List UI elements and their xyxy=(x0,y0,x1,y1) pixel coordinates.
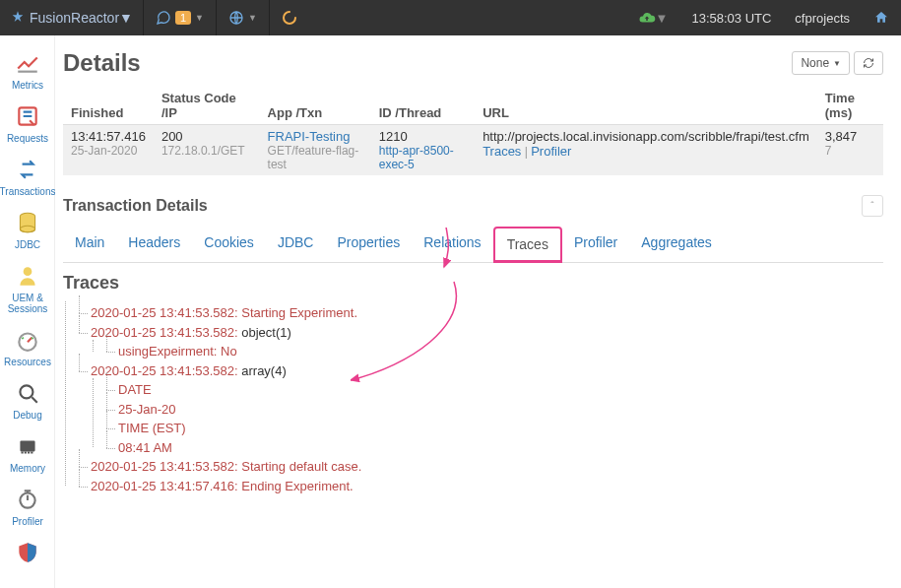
sidebar-item-profiler[interactable]: Profiler xyxy=(0,486,55,539)
left-sidebar: Metrics Requests Transactions JDBC UEM &… xyxy=(0,35,55,588)
nav-loading-button[interactable] xyxy=(270,0,309,35)
sidebar-item-metrics[interactable]: Metrics xyxy=(0,49,55,102)
trace-line: 25-Jan-20 xyxy=(104,400,883,420)
trace-line: DATE xyxy=(104,380,883,400)
time-ms: 3,847 xyxy=(825,129,875,144)
sidebar-item-protection[interactable] xyxy=(0,539,55,581)
details-row: 13:41:57.416 25-Jan-2020 200 172.18.0.1/… xyxy=(63,125,883,176)
sidebar-item-transactions[interactable]: Transactions xyxy=(0,156,55,209)
sidebar-item-resources[interactable]: Resources xyxy=(0,326,55,379)
profiler-icon xyxy=(15,487,40,512)
debug-icon xyxy=(15,380,40,406)
time-sub: 7 xyxy=(825,144,875,158)
sidebar-item-label: Requests xyxy=(7,133,48,144)
sidebar-item-label: JDBC xyxy=(15,239,40,250)
trace-line: 2020-01-25 13:41:53.582: array(4) xyxy=(77,361,883,381)
details-table: Finished Status Code /IP App /Txn ID /Th… xyxy=(63,87,883,175)
trace-line: 2020-01-25 13:41:53.582: object(1) xyxy=(77,323,883,343)
tab-cookies[interactable]: Cookies xyxy=(192,227,266,262)
finished-date: 25-Jan-2020 xyxy=(71,144,146,158)
ip-method: 172.18.0.1/GET xyxy=(161,144,252,158)
top-navbar: FusionReactor ▼ 1 ▼ ▼ ▼ 13:58:03 UTC cfp… xyxy=(0,0,901,35)
traces-link[interactable]: Traces xyxy=(483,144,521,159)
brand-label: FusionReactor xyxy=(30,10,119,26)
requests-icon xyxy=(15,103,40,129)
sidebar-item-memory[interactable]: Memory xyxy=(0,432,55,486)
tab-headers[interactable]: Headers xyxy=(116,227,192,262)
refresh-button[interactable] xyxy=(854,51,883,75)
jdbc-icon xyxy=(15,210,40,235)
tab-main[interactable]: Main xyxy=(63,227,116,262)
tab-traces[interactable]: Traces xyxy=(493,227,562,263)
profiler-link[interactable]: Profiler xyxy=(531,144,571,159)
sidebar-item-jdbc[interactable]: JDBC xyxy=(0,209,55,262)
col-finished: Finished xyxy=(63,87,154,125)
shield-icon xyxy=(15,540,40,565)
sidebar-item-label: Resources xyxy=(4,357,51,367)
col-time: Time (ms) xyxy=(817,87,883,125)
svg-point-4 xyxy=(24,267,32,276)
tab-relations[interactable]: Relations xyxy=(412,227,492,262)
sidebar-item-requests[interactable]: Requests xyxy=(0,102,55,156)
collapse-button[interactable]: ˆ xyxy=(862,195,883,217)
tab-jdbc[interactable]: JDBC xyxy=(266,227,326,262)
tx-tabs: Main Headers Cookies JDBC Properties Rel… xyxy=(63,227,883,263)
filter-dropdown[interactable]: None▼ xyxy=(792,51,850,75)
trace-line: usingExpeirment: No xyxy=(104,342,883,361)
traces-section-title: Traces xyxy=(63,273,883,294)
traces-tree: 2020-01-25 13:41:53.582: Starting Experi… xyxy=(63,303,883,495)
caret-down-icon: ▼ xyxy=(119,10,133,26)
nav-home-button[interactable] xyxy=(862,0,901,35)
spinner-icon xyxy=(282,10,297,26)
sidebar-item-label: UEM & Sessions xyxy=(0,293,55,314)
caret-down-icon: ▼ xyxy=(195,13,204,23)
main-content: Details None▼ Finished Status Code /IP A… xyxy=(55,35,901,588)
tab-properties[interactable]: Properties xyxy=(325,227,412,262)
sidebar-item-label: Debug xyxy=(13,410,41,421)
tab-aggregates[interactable]: Aggregates xyxy=(629,227,724,262)
finished-time: 13:41:57.416 xyxy=(71,129,146,144)
nav-cloud-button[interactable]: ▼ xyxy=(626,0,680,35)
globe-icon xyxy=(228,10,244,26)
trace-line: TIME (EST) xyxy=(104,419,883,438)
transactions-icon xyxy=(15,157,40,182)
chat-icon xyxy=(156,10,171,26)
trace-line: 2020-01-25 13:41:53.582: Starting Experi… xyxy=(77,303,883,323)
trace-line: 2020-01-25 13:41:57.416: Ending Experime… xyxy=(77,477,883,496)
refresh-icon xyxy=(863,57,874,69)
tab-profiler[interactable]: Profiler xyxy=(562,227,629,262)
app-link[interactable]: FRAPI-Testing xyxy=(268,129,363,144)
status-code: 200 xyxy=(161,129,252,144)
trace-line: 2020-01-25 13:41:53.582: Starting defaul… xyxy=(77,457,883,477)
tx-details-title: Transaction Details xyxy=(63,197,208,215)
notify-badge: 1 xyxy=(175,11,191,25)
txn-name: GET/feature-flag-test xyxy=(268,144,363,171)
trace-line: 08:41 AM xyxy=(104,438,883,458)
nav-chat-button[interactable]: 1 ▼ xyxy=(144,0,216,35)
brand-menu[interactable]: FusionReactor ▼ xyxy=(0,10,143,26)
caret-down-icon: ▼ xyxy=(833,59,841,68)
page-title: Details xyxy=(63,49,141,77)
thread-link[interactable]: http-apr-8500-exec-5 xyxy=(379,144,467,171)
brand-logo-icon xyxy=(10,10,26,26)
sidebar-item-uem[interactable]: UEM & Sessions xyxy=(0,262,55,326)
sidebar-item-label: Memory xyxy=(10,463,45,474)
caret-down-icon: ▼ xyxy=(248,13,257,23)
col-url: URL xyxy=(475,87,817,125)
svg-rect-7 xyxy=(20,441,34,452)
svg-point-5 xyxy=(19,334,35,351)
chevron-up-icon: ˆ xyxy=(870,201,873,212)
url-value: http://projects.local.invisionapp.com/sc… xyxy=(483,129,809,144)
nav-user[interactable]: cfprojects xyxy=(783,0,862,35)
home-icon xyxy=(873,10,889,26)
sidebar-item-debug[interactable]: Debug xyxy=(0,379,55,432)
nav-globe-button[interactable]: ▼ xyxy=(217,0,269,35)
col-status: Status Code /IP xyxy=(154,87,260,125)
sidebar-item-label: Transactions xyxy=(0,186,55,197)
resources-icon xyxy=(15,327,40,353)
uem-icon xyxy=(15,263,40,289)
cloud-upload-icon xyxy=(638,9,656,27)
col-id: ID /Thread xyxy=(371,87,475,125)
sidebar-item-label: Metrics xyxy=(12,80,43,91)
caret-down-icon: ▼ xyxy=(656,11,669,26)
